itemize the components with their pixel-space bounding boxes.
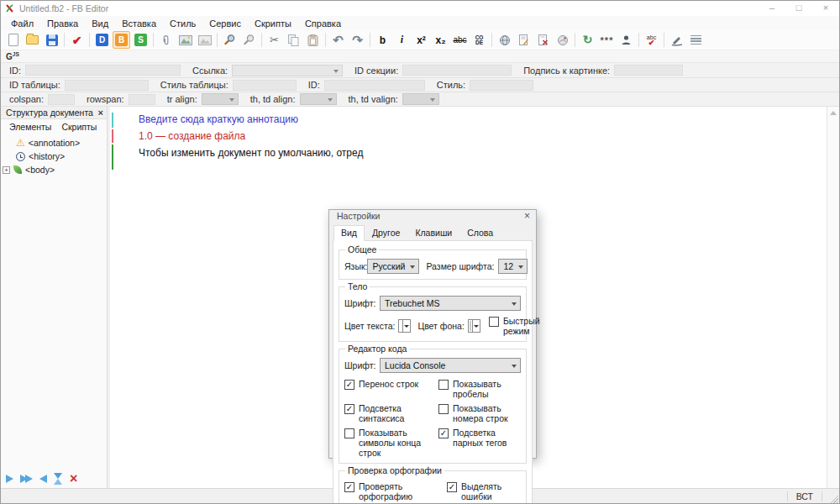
scroll-up-icon[interactable] [830,111,837,115]
fast-mode-checkbox[interactable]: Быстрый режим [489,316,540,336]
poem-button[interactable]: *** [598,31,616,49]
run-arrow-icon[interactable] [6,475,13,483]
font-size-combo[interactable]: 12 [498,259,528,274]
strikethrough-button[interactable]: abc [451,31,469,49]
replace-button[interactable] [240,31,258,49]
subscript-button[interactable]: x₂ [432,31,449,49]
source-view-button[interactable]: S [132,31,150,49]
body-view-button[interactable]: B [113,31,130,49]
find-button[interactable] [221,31,239,49]
checkbox-box[interactable] [438,404,449,414]
checkbox-box[interactable] [438,380,449,390]
link-combo[interactable] [232,65,343,76]
script-gjs-button[interactable]: GJS [6,51,19,61]
tree-item-body[interactable]: + <body> [3,163,107,176]
tag-pair-highlight-checkbox[interactable]: Подсветка парных тегов [438,428,521,458]
dialog-close-icon[interactable]: × [524,210,530,222]
copy-button[interactable] [285,31,302,49]
author-button[interactable] [617,31,635,49]
validate-button[interactable]: ✔ [68,31,86,49]
menu-file[interactable]: Файл [4,18,40,29]
minimize-button[interactable]: – [759,1,785,16]
fast-forward-icon[interactable] [20,475,33,483]
bg-color-picker[interactable] [468,319,480,333]
description-view-button[interactable]: D [93,31,111,49]
checkbox-box[interactable] [344,482,354,492]
menu-scripts[interactable]: Скрипты [248,18,298,29]
body-font-combo[interactable]: Trebuchet MS [380,296,521,311]
italic-button[interactable]: i [393,31,411,49]
bg-color-dropdown[interactable] [472,320,480,332]
image-link-button[interactable] [554,31,571,49]
maximize-button[interactable]: □ [785,1,812,16]
menu-view[interactable]: Вид [85,18,115,29]
checkbox-box[interactable] [344,380,354,390]
tab-view[interactable]: Вид [333,225,365,241]
highlight-errors-checkbox[interactable]: Выделять ошибки [447,481,521,501]
add-footnote-button[interactable] [515,31,533,49]
open-button[interactable] [24,31,41,49]
expand-icon[interactable]: + [3,166,10,174]
superscript-button[interactable]: x² [412,31,430,49]
panel-close-icon[interactable]: × [98,108,103,118]
resize-grip-icon[interactable] [827,492,838,503]
cell-id-input[interactable] [324,80,425,91]
hourglass-icon[interactable] [54,473,63,485]
export-image-button[interactable] [196,31,213,49]
undo-button[interactable]: ↶ [329,31,347,49]
code-font-combo[interactable]: Lucida Console [380,358,521,373]
checkbox-box[interactable] [344,428,354,438]
stop-icon[interactable]: × [70,473,77,485]
syntax-highlight-checkbox[interactable]: Подсветка синтаксиса [344,403,438,423]
table-id-input[interactable] [65,80,149,91]
menu-help[interactable]: Справка [298,18,348,29]
tab-keys[interactable]: Клавиши [407,225,459,241]
refresh-words-button[interactable]: ↻ [579,31,596,49]
tab-other[interactable]: Другое [365,225,407,241]
id-input[interactable] [25,65,181,76]
tab-words[interactable]: Слова [459,225,501,241]
cut-button[interactable]: ✂ [265,31,283,49]
checkbox-box[interactable] [489,317,499,327]
word-wrap-checkbox[interactable]: Перенос строк [344,379,438,399]
back-arrow-icon[interactable] [39,475,47,483]
tab-scripts[interactable]: Скрипты [58,122,100,132]
annotation-placeholder-text[interactable]: Введите сюда краткую аннотацию [139,113,827,130]
attach-button[interactable] [157,31,175,49]
save-button[interactable] [43,31,60,49]
eol-symbols-checkbox[interactable]: Показывать символы конца строк [344,428,438,458]
text-color-dropdown[interactable] [402,320,410,332]
body-text[interactable]: Чтобы изменить документ по умолчанию, от… [139,147,827,164]
rowspan-input[interactable] [129,94,155,105]
colspan-input[interactable] [48,94,75,105]
tab-elements[interactable]: Элементы [6,122,55,132]
th-td-align-combo[interactable] [300,93,337,105]
checkbox-box[interactable] [344,404,354,414]
tree-item-history[interactable]: <history> [3,150,107,163]
spellcheck-button[interactable]: abc ✔ [643,31,660,49]
section-id-input[interactable] [402,65,512,76]
remove-footnote-button[interactable] [534,31,552,49]
checkbox-box[interactable] [447,482,457,492]
menu-style[interactable]: Стиль [163,18,202,29]
vertical-scrollbar[interactable] [827,107,839,488]
paste-button[interactable] [304,31,322,49]
text-color-picker[interactable] [398,319,411,333]
insert-image-button[interactable] [176,31,194,49]
check-spelling-checkbox[interactable]: Проверять орфографию [344,481,447,501]
cell-style-input[interactable] [470,80,533,91]
signature-button[interactable] [668,31,685,49]
show-spaces-checkbox[interactable]: Показывать пробелы [438,379,521,399]
paragraph-button[interactable] [687,31,705,49]
caption-input[interactable] [614,65,683,76]
close-button[interactable]: × [812,1,839,16]
menu-service[interactable]: Сервис [202,18,248,29]
history-text[interactable]: 1.0 — создание файла [139,130,827,147]
tree-item-annotation[interactable]: ⚠ <annotation> [3,136,107,150]
add-link-button[interactable] [496,31,513,49]
th-td-valign-combo[interactable] [402,93,439,105]
menu-insert[interactable]: Вставка [115,18,163,29]
menu-edit[interactable]: Правка [40,18,85,29]
checkbox-box[interactable] [438,428,449,438]
table-style-input[interactable] [233,80,297,91]
